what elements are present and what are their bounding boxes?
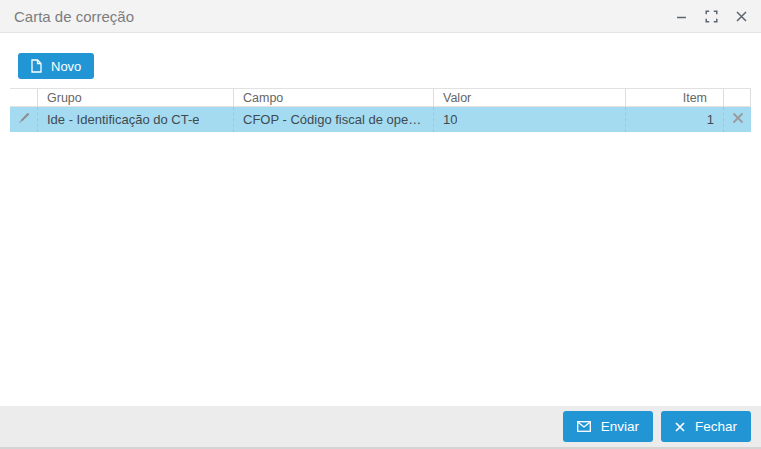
dialog-footer: Enviar Fechar: [0, 406, 761, 447]
column-header-edit: [10, 89, 37, 106]
send-mail-icon: [577, 421, 591, 432]
dialog-body: Novo Grupo Campo Valor Item: [0, 33, 761, 406]
minimize-icon[interactable]: [674, 9, 688, 23]
grid-header: Grupo Campo Valor Item: [10, 88, 751, 107]
fechar-button-label: Fechar: [695, 419, 737, 434]
row-valor-cell[interactable]: 10: [433, 107, 625, 132]
row-grupo-cell[interactable]: Ide - Identificação do CT-e: [37, 107, 233, 132]
column-header-campo[interactable]: Campo: [233, 89, 433, 106]
close-icon[interactable]: [734, 9, 748, 23]
column-header-delete: [723, 89, 751, 106]
grupo-value: Ide - Identificação do CT-e: [47, 112, 199, 127]
item-value: 1: [707, 112, 714, 127]
delete-x-icon[interactable]: [731, 111, 745, 128]
row-edit-cell[interactable]: [10, 107, 37, 132]
enviar-button-label: Enviar: [601, 419, 639, 434]
toolbar: Novo: [0, 33, 761, 88]
table-row[interactable]: Ide - Identificação do CT-e CFOP - Códig…: [10, 107, 751, 132]
valor-value: 10: [443, 112, 457, 127]
column-header-item[interactable]: Item: [625, 89, 723, 106]
corrections-grid: Grupo Campo Valor Item: [10, 88, 751, 132]
column-header-valor[interactable]: Valor: [433, 89, 625, 106]
column-header-grupo[interactable]: Grupo: [37, 89, 233, 106]
window-tools: [674, 9, 748, 23]
row-delete-cell[interactable]: [723, 107, 751, 132]
dialog-title: Carta de correção: [14, 8, 134, 25]
row-campo-cell[interactable]: CFOP - Código fiscal de opera...: [233, 107, 433, 132]
novo-button-label: Novo: [51, 59, 81, 74]
close-x-icon: [675, 422, 685, 432]
row-item-cell[interactable]: 1: [625, 107, 723, 132]
carta-de-correcao-dialog: Carta de correção: [0, 0, 761, 449]
new-document-icon: [31, 59, 42, 73]
enviar-button[interactable]: Enviar: [563, 411, 653, 442]
fechar-button[interactable]: Fechar: [661, 411, 751, 442]
novo-button[interactable]: Novo: [18, 53, 94, 79]
campo-value: CFOP - Código fiscal de opera...: [243, 112, 424, 127]
maximize-icon[interactable]: [704, 9, 718, 23]
pencil-edit-icon[interactable]: [17, 111, 31, 128]
dialog-titlebar: Carta de correção: [0, 0, 761, 33]
